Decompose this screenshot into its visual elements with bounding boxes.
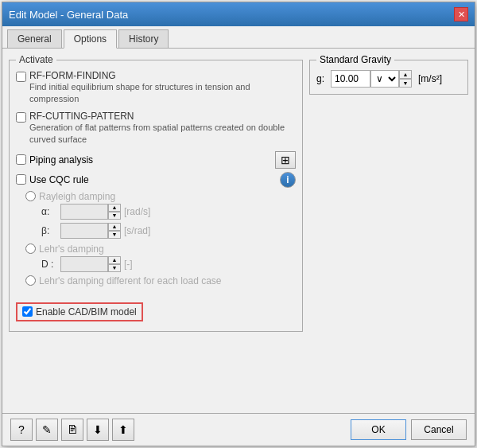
cqc-row: Use CQC rule i [16, 172, 296, 188]
info-button[interactable]: i [280, 172, 296, 188]
footer-left: ? ✎ 🖹 ⬇ ⬆ [10, 419, 134, 441]
activate-group: Activate RF-FORM-FINDING Find initial eq… [9, 60, 303, 332]
dialog: Edit Model - General Data ✕ General Opti… [2, 2, 475, 446]
rayleigh-radio-item: Rayleigh damping [25, 191, 296, 202]
rf-form-finding-label: RF-FORM-FINDING [29, 70, 296, 81]
d-label: D : [41, 259, 57, 270]
g-spinbox: ∨ ▲ ▼ [331, 70, 412, 88]
piping-row: Piping analysis ⊞ [16, 151, 296, 169]
g-select[interactable]: ∨ [370, 70, 399, 88]
g-spin-down[interactable]: ▼ [399, 79, 412, 88]
alpha-spin-down[interactable]: ▼ [108, 212, 121, 220]
tab-general[interactable]: General [7, 29, 62, 48]
alpha-units: [rad/s] [124, 206, 150, 217]
activate-group-title: Activate [16, 54, 56, 65]
edit-button[interactable]: ✎ [36, 419, 58, 441]
rf-form-finding-desc: Find initial equilibrium shape for struc… [29, 81, 296, 106]
ok-button[interactable]: OK [351, 419, 406, 440]
alpha-spin-up[interactable]: ▲ [108, 204, 121, 212]
beta-spinbox: ▲ ▼ [60, 223, 121, 239]
alpha-input[interactable] [60, 204, 108, 220]
piping-checkbox[interactable] [16, 154, 26, 165]
piping-icon: ⊞ [281, 154, 290, 166]
piping-icon-button[interactable]: ⊞ [275, 151, 296, 169]
beta-spin-buttons: ▲ ▼ [108, 223, 121, 239]
import-down-button[interactable]: ⬇ [87, 419, 109, 441]
left-panel: Activate RF-FORM-FINDING Find initial eq… [9, 55, 303, 407]
enable-cad-row: Enable CAD/BIM model [16, 302, 143, 321]
alpha-spinbox: ▲ ▼ [60, 204, 121, 220]
rf-cutting-checkbox[interactable] [16, 112, 26, 123]
tab-options[interactable]: Options [64, 29, 117, 49]
tab-history[interactable]: History [118, 29, 169, 48]
footer: ? ✎ 🖹 ⬇ ⬆ OK Cancel [2, 413, 475, 446]
d-spinbox: ▲ ▼ [60, 256, 121, 272]
right-panel: Standard Gravity g: ∨ ▲ ▼ [m/s²] [309, 55, 468, 407]
help-button[interactable]: ? [10, 419, 33, 441]
d-spin-down[interactable]: ▼ [108, 264, 121, 272]
d-units: [-] [124, 259, 133, 270]
beta-spin-down[interactable]: ▼ [108, 231, 121, 239]
tab-bar: General Options History [2, 26, 475, 49]
footer-right: OK Cancel [351, 419, 467, 440]
rayleigh-section: Rayleigh damping α: ▲ ▼ [rad/s] [16, 191, 296, 286]
lehrs-each-radio-item: Lehr's damping different for each load c… [25, 275, 296, 286]
beta-input[interactable] [60, 223, 108, 239]
enable-cad-checkbox[interactable] [22, 306, 33, 317]
beta-spin-up[interactable]: ▲ [108, 223, 121, 231]
title-bar: Edit Model - General Data ✕ [2, 2, 475, 26]
close-button[interactable]: ✕ [454, 7, 468, 21]
lehrs-radio-item: Lehr's damping [25, 243, 296, 255]
import-up-icon: ⬆ [118, 423, 128, 436]
g-input[interactable] [331, 70, 370, 88]
edit-icon: ✎ [42, 423, 52, 436]
alpha-row: α: ▲ ▼ [rad/s] [25, 204, 296, 220]
beta-label: β: [41, 225, 57, 236]
beta-row: β: ▲ ▼ [s/rad] [25, 223, 296, 239]
g-spin-up[interactable]: ▲ [399, 70, 412, 79]
g-label: g: [316, 73, 324, 84]
dialog-title: Edit Model - General Data [9, 9, 128, 21]
d-spin-buttons: ▲ ▼ [108, 256, 121, 272]
lehrs-each-label: Lehr's damping different for each load c… [39, 275, 222, 286]
g-spin-buttons: ▲ ▼ [399, 70, 412, 88]
piping-label: Piping analysis [29, 154, 93, 166]
alpha-label: α: [41, 206, 57, 217]
standard-gravity-title: Standard Gravity [316, 54, 394, 65]
main-content: Activate RF-FORM-FINDING Find initial eq… [2, 49, 475, 413]
beta-units: [s/rad] [124, 225, 150, 236]
lehrs-radio[interactable] [25, 243, 36, 254]
standard-gravity-group: Standard Gravity g: ∨ ▲ ▼ [m/s²] [309, 60, 468, 95]
enable-cad-label: Enable CAD/BIM model [36, 306, 137, 317]
d-input[interactable] [60, 256, 108, 272]
g-units: [m/s²] [418, 73, 442, 84]
import-up-button[interactable]: ⬆ [112, 419, 134, 441]
cancel-button[interactable]: Cancel [411, 419, 467, 440]
rayleigh-label: Rayleigh damping [39, 191, 115, 202]
rf-form-finding-checkbox[interactable] [16, 72, 26, 82]
enable-cad-wrapper: Enable CAD/BIM model [16, 296, 296, 321]
cqc-checkbox[interactable] [16, 174, 26, 185]
rf-form-finding-item: RF-FORM-FINDING Find initial equilibrium… [16, 70, 296, 106]
d-row: D : ▲ ▼ [-] [25, 256, 296, 272]
cqc-label: Use CQC rule [29, 174, 89, 185]
help-icon: ? [18, 423, 25, 436]
gravity-row: g: ∨ ▲ ▼ [m/s²] [316, 70, 461, 88]
import-down-icon: ⬇ [93, 423, 103, 436]
alpha-spin-buttons: ▲ ▼ [108, 204, 121, 220]
d-spin-up[interactable]: ▲ [108, 256, 121, 264]
rf-cutting-label: RF-CUTTING-PATTERN [29, 111, 296, 122]
lehrs-each-radio[interactable] [25, 275, 36, 286]
rf-cutting-item: RF-CUTTING-PATTERN Generation of flat pa… [16, 111, 296, 146]
lehrs-label: Lehr's damping [39, 243, 104, 255]
rf-cutting-desc: Generation of flat patterns from spatial… [29, 122, 296, 146]
rayleigh-radio[interactable] [25, 191, 36, 201]
export-button[interactable]: 🖹 [61, 419, 83, 441]
export-icon: 🖹 [67, 423, 78, 436]
